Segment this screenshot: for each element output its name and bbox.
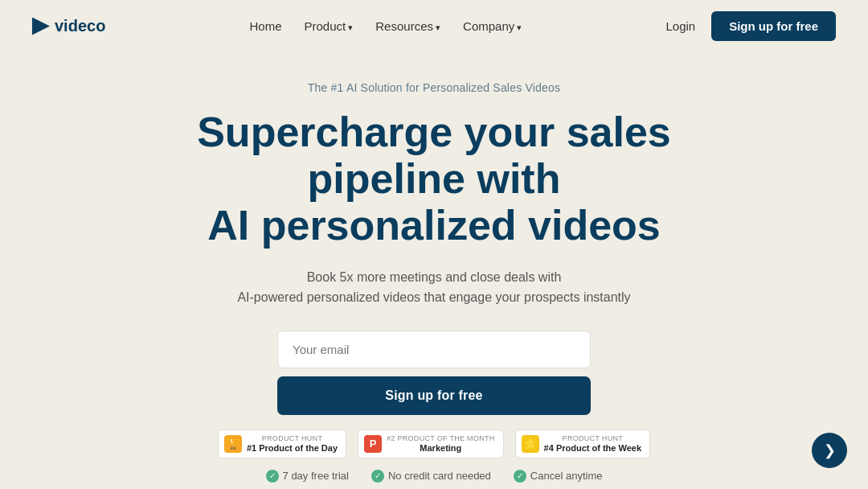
badge-icon-red: P: [364, 435, 382, 453]
trust-row: ✓ 7 day free trial ✓ No credit card need…: [16, 470, 852, 483]
nav-right: Login Sign up for free: [665, 11, 836, 41]
badge-icon-gold: 🏆: [224, 435, 242, 453]
nav-home[interactable]: Home: [250, 19, 282, 33]
trust-label-2: No credit card needed: [388, 470, 491, 482]
nav-product[interactable]: Product: [305, 19, 354, 33]
nav-signup-button[interactable]: Sign up for free: [711, 11, 836, 41]
trust-label-3: Cancel anytime: [530, 470, 603, 482]
scroll-arrow-button[interactable]: ❯: [812, 433, 847, 468]
trust-item-card: ✓ No credit card needed: [371, 470, 491, 483]
hero-subtitle: The #1 AI Solution for Personalized Sale…: [16, 81, 852, 94]
nav-company[interactable]: Company: [463, 19, 522, 33]
trust-item-trial: ✓ 7 day free trial: [266, 470, 349, 483]
cta-signup-button[interactable]: Sign up for free: [277, 376, 591, 415]
trust-item-cancel: ✓ Cancel anytime: [514, 470, 603, 483]
badge-label-3: PRODUCT HUNT: [544, 434, 641, 443]
check-icon-1: ✓: [266, 470, 279, 483]
badge-product-of-week: ⭐ PRODUCT HUNT #4 Product of the Week: [515, 429, 650, 458]
logo-text: videco: [55, 17, 105, 35]
nav-links: Home Product Resources Company: [250, 19, 522, 34]
email-input[interactable]: [277, 331, 591, 368]
nav-resources[interactable]: Resources: [375, 19, 440, 33]
badge-value-3: #4 Product of the Week: [544, 443, 641, 454]
hero-description: Book 5x more meetings and close deals wi…: [16, 267, 852, 308]
hero-section: The #1 AI Solution for Personalized Sale…: [0, 52, 868, 489]
badge-label-2: #2 PRODUCT OF THE MONTH: [387, 434, 495, 443]
badges-row: 🏆 PRODUCT HUNT #1 Product of the Day P #…: [16, 429, 852, 458]
badge-value-2: Marketing: [387, 443, 495, 454]
check-icon-2: ✓: [371, 470, 384, 483]
trust-label-1: 7 day free trial: [283, 470, 349, 482]
check-icon-3: ✓: [514, 470, 526, 483]
badge-icon-yellow: ⭐: [522, 435, 539, 453]
navbar: videco Home Product Resources Company Lo…: [0, 0, 868, 52]
logo-icon: [32, 18, 50, 35]
login-link[interactable]: Login: [665, 19, 695, 33]
badge-value-1: #1 Product of the Day: [247, 443, 338, 454]
badge-label-1: PRODUCT HUNT: [247, 434, 338, 443]
email-form: Sign up for free: [277, 331, 591, 415]
badge-product-of-month: P #2 PRODUCT OF THE MONTH Marketing: [358, 429, 504, 458]
hero-title: Supercharge your sales pipeline with AI …: [121, 109, 747, 249]
logo[interactable]: videco: [32, 17, 105, 35]
badge-product-of-day: 🏆 PRODUCT HUNT #1 Product of the Day: [218, 429, 346, 458]
